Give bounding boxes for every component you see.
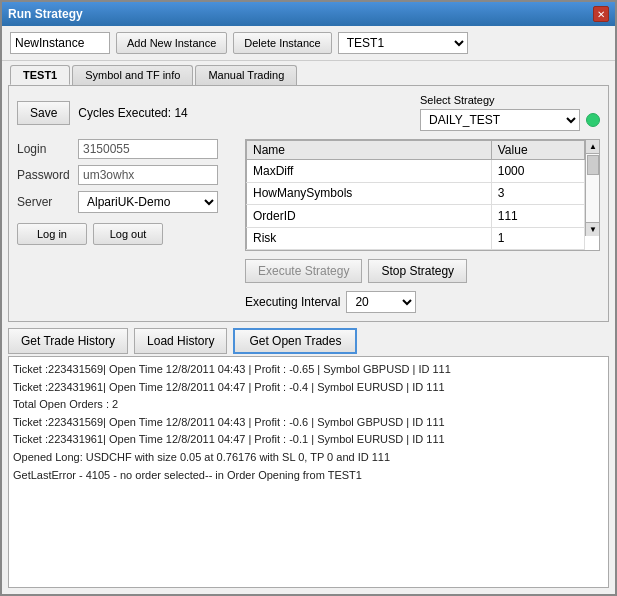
instance-dropdown[interactable]: TEST1 [338,32,468,54]
strategy-label: Select Strategy [420,94,600,106]
load-history-button[interactable]: Load History [134,328,227,354]
get-open-trades-button[interactable]: Get Open Trades [233,328,357,354]
log-line: Total Open Orders : 2 [13,396,604,414]
add-instance-button[interactable]: Add New Instance [116,32,227,54]
log-line: GetLastError - 4105 - no order selected-… [13,467,604,485]
title-bar: Run Strategy ✕ [2,2,615,26]
v-scroll-track [586,154,599,222]
execute-strategy-button[interactable]: Execute Strategy [245,259,362,283]
right-panel: Name Value MaxDiff1000HowManySymbols3Ord… [245,139,600,313]
logout-button[interactable]: Log out [93,223,163,245]
password-input[interactable] [78,165,218,185]
tabs-bar: TEST1 Symbol and TF info Manual Trading [2,61,615,85]
log-line: Ticket :223431569| Open Time 12/8/2011 0… [13,414,604,432]
server-row: Server AlpariUK-Demo [17,191,237,213]
instance-input[interactable] [10,32,110,54]
log-area[interactable]: Ticket :223431569| Open Time 12/8/2011 0… [8,356,609,588]
server-label: Server [17,195,72,209]
server-dropdown[interactable]: AlpariUK-Demo [78,191,218,213]
interval-dropdown[interactable]: 20 [346,291,416,313]
tab-content: Save Cycles Executed: 14 Select Strategy… [8,85,609,322]
v-scroll-up[interactable]: ▲ [586,140,600,154]
table-row: Risk1 [247,227,585,250]
save-button[interactable]: Save [17,101,70,125]
param-value: 1000 [491,160,584,183]
login-label: Login [17,142,72,156]
param-name: MaxDiff [247,160,492,183]
log-line: Ticket :223431569| Open Time 12/8/2011 0… [13,361,604,379]
stop-strategy-button[interactable]: Stop Strategy [368,259,467,283]
param-value: 1 [491,227,584,250]
top-row: Save Cycles Executed: 14 Select Strategy… [17,94,600,131]
main-layout: Login Password Server AlpariUK-Demo Log … [17,139,600,313]
get-trade-history-button[interactable]: Get Trade History [8,328,128,354]
login-input[interactable] [78,139,218,159]
v-scroll-down[interactable]: ▼ [586,222,600,236]
h-scrollbar: ◀ ▶ [246,250,599,251]
window-title: Run Strategy [8,7,83,21]
param-value: 111 [491,205,584,228]
password-row: Password [17,165,237,185]
params-table: Name Value MaxDiff1000HowManySymbols3Ord… [246,140,585,250]
toolbar: Add New Instance Delete Instance TEST1 [2,26,615,61]
param-name: Risk [247,227,492,250]
log-area-wrapper: Ticket :223431569| Open Time 12/8/2011 0… [2,356,615,594]
param-name: OrderID [247,205,492,228]
log-line: Opened Long: USDCHF with size 0.05 at 0.… [13,449,604,467]
left-panel: Login Password Server AlpariUK-Demo Log … [17,139,237,313]
delete-instance-button[interactable]: Delete Instance [233,32,331,54]
strategy-dropdown[interactable]: DAILY_TEST [420,109,580,131]
table-row: OrderID111 [247,205,585,228]
interval-label: Executing Interval [245,295,340,309]
main-window: Run Strategy ✕ Add New Instance Delete I… [0,0,617,596]
tab-test1[interactable]: TEST1 [10,65,70,85]
col-value: Value [491,141,584,160]
table-row: MaxDiff1000 [247,160,585,183]
col-name: Name [247,141,492,160]
cycles-executed: Cycles Executed: 14 [78,106,187,120]
params-table-wrapper: Name Value MaxDiff1000HowManySymbols3Ord… [245,139,600,251]
execute-row: Execute Strategy Stop Strategy [245,259,600,283]
login-button[interactable]: Log in [17,223,87,245]
status-dot [586,113,600,127]
table-row: HowManySymbols3 [247,182,585,205]
param-value: 3 [491,182,584,205]
interval-row: Executing Interval 20 [245,291,600,313]
password-label: Password [17,168,72,182]
login-buttons: Log in Log out [17,223,237,245]
v-scrollbar: ▲ ▼ [585,140,599,236]
login-row: Login [17,139,237,159]
tab-manual-trading[interactable]: Manual Trading [195,65,297,85]
param-name: HowManySymbols [247,182,492,205]
close-button[interactable]: ✕ [593,6,609,22]
log-line: Ticket :223431961| Open Time 12/8/2011 0… [13,431,604,449]
strategy-row: DAILY_TEST [420,109,600,131]
strategy-section: Select Strategy DAILY_TEST [420,94,600,131]
tab-symbol-info[interactable]: Symbol and TF info [72,65,193,85]
v-scroll-thumb[interactable] [587,155,599,175]
log-line: Ticket :223431961| Open Time 12/8/2011 0… [13,379,604,397]
history-buttons: Get Trade History Load History Get Open … [8,328,609,354]
